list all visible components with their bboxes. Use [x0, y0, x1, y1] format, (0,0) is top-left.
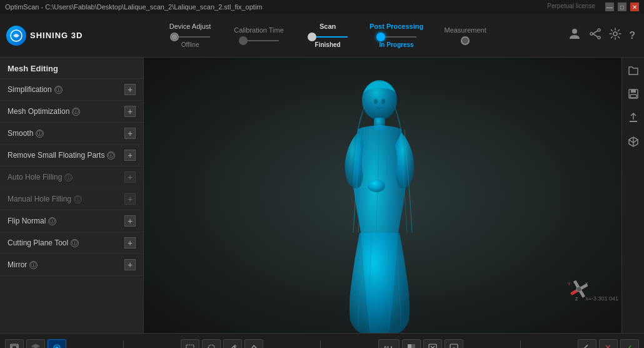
coords-text: x=-3.301 041	[585, 295, 618, 302]
tb-trim-btn[interactable]	[423, 339, 442, 349]
pipe-label-measurement: Measurement	[444, 26, 486, 34]
info-icon-manual-hole: ⓘ	[74, 195, 82, 203]
svg-rect-24	[630, 95, 636, 98]
pipe-dot-measurement	[461, 36, 470, 45]
svg-text:X: X	[585, 282, 588, 286]
svg-rect-23	[631, 90, 636, 93]
tb-eraser-btn[interactable]	[244, 339, 263, 349]
plus-btn-flip-normal[interactable]: +	[124, 215, 136, 227]
tb-delete-btn[interactable]	[445, 339, 463, 349]
tb-cancel-btn[interactable]: ✕	[599, 339, 618, 349]
toolbar-group-right: ✕ ✓	[578, 339, 639, 349]
plus-btn-mesh-opt[interactable]: +	[124, 106, 136, 117]
sidebar-item-label-simplification: Simplification ⓘ	[8, 85, 63, 94]
pipe-sublabel-device: Offline	[181, 41, 199, 48]
logo-area: SHINING 3D	[0, 26, 88, 46]
toolbar-sep-2	[320, 340, 321, 349]
person-icon[interactable]	[568, 27, 581, 44]
tb-all-btn[interactable]: ALL	[378, 339, 400, 349]
export-icon[interactable]	[626, 110, 641, 125]
plus-btn-smooth[interactable]: +	[124, 128, 136, 139]
bottom-toolbar: ALL ✕ ✓	[0, 333, 644, 348]
logo-icon	[6, 26, 26, 46]
sidebar-item-flip-normal[interactable]: Flip Normal ⓘ +	[0, 210, 143, 232]
share-icon[interactable]	[589, 28, 601, 43]
close-button[interactable]: ✕	[630, 3, 639, 11]
svg-point-4	[598, 36, 600, 39]
license-label: Perpetual license	[547, 3, 595, 11]
plus-btn-remove-floating[interactable]: +	[124, 150, 136, 161]
help-icon[interactable]: ?	[629, 30, 635, 41]
svg-text:Z: Z	[575, 297, 578, 301]
svg-rect-26	[12, 345, 17, 349]
sidebar-item-auto-hole[interactable]: Auto Hole Filling ⓘ +	[0, 166, 143, 188]
save-file-icon[interactable]	[626, 86, 641, 101]
right-panel	[621, 58, 644, 333]
sidebar-item-manual-hole[interactable]: Manual Hole Filling ⓘ +	[0, 188, 143, 210]
toolbar-group-mid1	[181, 339, 263, 349]
tb-invert-btn[interactable]	[402, 339, 421, 349]
sidebar-item-mirror[interactable]: Mirror ⓘ +	[0, 254, 143, 276]
pipe-step-calibration: Calibration Time	[224, 26, 293, 45]
svg-text:Y: Y	[568, 282, 571, 286]
pipe-step-postprocessing: Post Processing In Progress	[362, 23, 431, 48]
maximize-button[interactable]: □	[618, 3, 626, 11]
plus-btn-mirror[interactable]: +	[124, 259, 136, 270]
tb-layers-btn[interactable]	[26, 339, 45, 349]
sidebar-item-simplification[interactable]: Simplification ⓘ +	[0, 79, 143, 101]
pipe-label-device: Device Adjust	[169, 23, 211, 30]
tb-rect-select-btn[interactable]	[181, 339, 199, 349]
svg-point-2	[598, 29, 600, 31]
info-icon-simplification: ⓘ	[54, 86, 63, 94]
sidebar-item-mesh-optimization[interactable]: Mesh Optimization ⓘ +	[0, 101, 143, 123]
folder-open-icon[interactable]	[626, 63, 641, 78]
svg-point-18	[576, 287, 581, 292]
plus-btn-simplification[interactable]: +	[124, 84, 136, 95]
svg-point-1	[572, 29, 577, 34]
settings-icon[interactable]	[609, 28, 621, 43]
sidebar-item-remove-floating[interactable]: Remove Small Floating Parts ⓘ +	[0, 145, 143, 166]
svg-point-3	[590, 33, 593, 35]
sidebar-item-cutting-plane[interactable]: Cutting Plane Tool ⓘ +	[0, 232, 143, 254]
sidebar-item-smooth[interactable]: Smooth ⓘ +	[0, 123, 143, 145]
tb-back-btn[interactable]	[578, 339, 596, 349]
tb-confirm-btn[interactable]: ✓	[620, 339, 639, 349]
pipe-dot-post	[376, 33, 385, 41]
viewport[interactable]: Y X Z x=-3.301 041	[144, 58, 621, 333]
pipe-dot-device	[170, 33, 179, 41]
pipe-label-calibration: Calibration Time	[234, 26, 283, 34]
info-icon-mesh-opt: ⓘ	[72, 108, 80, 116]
pipe-line-1	[179, 36, 210, 38]
sidebar-title: Mesh Editing	[0, 58, 143, 79]
svg-point-10	[374, 99, 378, 104]
topbar-icons: ?	[568, 27, 644, 44]
window-title: OptimScan - C:\Users\Fablab\Desktop\Lali…	[5, 3, 263, 11]
plus-btn-manual-hole[interactable]: +	[124, 193, 136, 205]
coords-display: x=-3.301 041	[585, 295, 618, 302]
plus-btn-cutting-plane[interactable]: +	[124, 237, 136, 248]
svg-line-5	[593, 31, 598, 34]
cube-view-icon[interactable]	[626, 134, 641, 149]
tb-lasso-btn[interactable]	[202, 339, 221, 349]
pipe-dot-calibration	[239, 36, 248, 45]
info-icon-cutting-plane: ⓘ	[71, 239, 79, 247]
main-area: Mesh Editing Simplification ⓘ + Mesh Opt…	[0, 58, 644, 333]
svg-rect-29	[186, 345, 194, 349]
sidebar: Mesh Editing Simplification ⓘ + Mesh Opt…	[0, 58, 144, 333]
toolbar-group-mid2: ALL	[378, 339, 463, 349]
info-icon-remove-floating: ⓘ	[107, 151, 115, 160]
tb-brush-active-btn[interactable]	[48, 339, 66, 349]
pipe-label-post: Post Processing	[370, 23, 423, 30]
pipeline: Device Adjust Offline Calibration Time S…	[88, 23, 568, 48]
pipe-line-4	[385, 36, 416, 38]
svg-point-7	[613, 32, 617, 36]
svg-point-12	[368, 180, 385, 192]
plus-btn-auto-hole[interactable]: +	[124, 171, 136, 183]
minimize-button[interactable]: —	[605, 3, 614, 11]
tb-pencil-btn[interactable]	[223, 339, 242, 349]
pipe-step-measurement: Measurement	[431, 26, 500, 45]
tb-select-btn[interactable]	[5, 339, 24, 349]
model-container	[314, 70, 451, 341]
toolbar-group-left	[5, 339, 66, 349]
pipe-line-3	[316, 36, 348, 38]
